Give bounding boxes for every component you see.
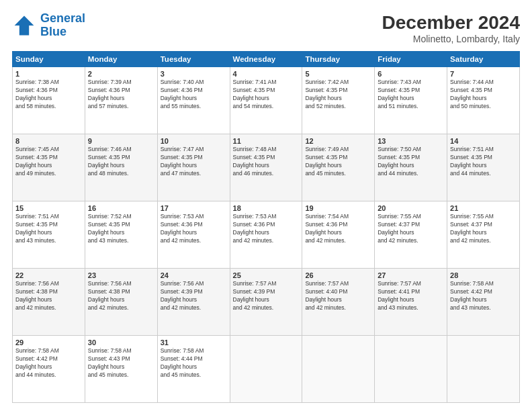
daylight-value: and 47 minutes. xyxy=(161,170,201,177)
sunset-label: Sunset: 4:35 PM xyxy=(161,154,203,161)
day-number: 2 xyxy=(88,70,154,78)
calendar-cell: 29 Sunrise: 7:58 AM Sunset: 4:42 PM Dayl… xyxy=(13,336,85,403)
sunrise-label: Sunrise: 7:55 AM xyxy=(450,213,494,220)
calendar-table: Sunday Monday Tuesday Wednesday Thursday… xyxy=(12,51,520,403)
sunset-label: Sunset: 4:35 PM xyxy=(305,87,347,93)
sunrise-label: Sunrise: 7:58 AM xyxy=(161,347,204,354)
sunset-label: Sunset: 4:35 PM xyxy=(305,154,347,161)
daylight-value: and 43 minutes. xyxy=(450,304,490,311)
daylight-label: Daylight hours xyxy=(233,95,269,101)
calendar-cell: 14 Sunrise: 7:51 AM Sunset: 4:35 PM Dayl… xyxy=(447,134,520,201)
daylight-label: Daylight hours xyxy=(305,229,341,236)
sunrise-label: Sunrise: 7:38 AM xyxy=(15,79,59,85)
sunrise-label: Sunrise: 7:58 AM xyxy=(15,347,59,354)
calendar-week-row: 1 Sunrise: 7:38 AM Sunset: 4:36 PM Dayli… xyxy=(13,67,520,134)
daylight-label: Daylight hours xyxy=(305,162,341,169)
calendar-cell: 3 Sunrise: 7:40 AM Sunset: 4:36 PM Dayli… xyxy=(157,67,230,134)
day-number: 7 xyxy=(450,70,517,78)
col-monday: Monday xyxy=(85,52,157,67)
daylight-label: Daylight hours xyxy=(378,296,414,303)
sunrise-label: Sunrise: 7:46 AM xyxy=(88,146,132,152)
day-number: 14 xyxy=(450,137,517,145)
sunset-label: Sunset: 4:42 PM xyxy=(450,288,492,295)
day-number: 23 xyxy=(88,271,154,279)
day-info: Sunrise: 7:58 AM Sunset: 4:43 PM Dayligh… xyxy=(88,347,154,379)
day-number: 1 xyxy=(15,70,82,78)
day-info: Sunrise: 7:51 AM Sunset: 4:35 PM Dayligh… xyxy=(15,213,82,245)
calendar-cell: 7 Sunrise: 7:44 AM Sunset: 4:35 PM Dayli… xyxy=(447,67,520,134)
daylight-value: and 45 minutes. xyxy=(88,371,128,378)
sunset-label: Sunset: 4:37 PM xyxy=(378,221,420,228)
sunrise-label: Sunrise: 7:42 AM xyxy=(305,79,349,85)
calendar-week-row: 29 Sunrise: 7:58 AM Sunset: 4:42 PM Dayl… xyxy=(13,336,520,403)
day-info: Sunrise: 7:56 AM Sunset: 4:38 PM Dayligh… xyxy=(88,280,154,312)
sunrise-label: Sunrise: 7:40 AM xyxy=(161,79,204,85)
daylight-label: Daylight hours xyxy=(15,95,52,101)
daylight-value: and 44 minutes. xyxy=(15,371,56,378)
daylight-value: and 43 minutes. xyxy=(15,237,56,244)
logo-icon xyxy=(12,13,36,38)
day-info: Sunrise: 7:40 AM Sunset: 4:36 PM Dayligh… xyxy=(161,79,227,111)
day-number: 8 xyxy=(15,137,82,145)
day-info: Sunrise: 7:47 AM Sunset: 4:35 PM Dayligh… xyxy=(161,146,227,178)
sunrise-label: Sunrise: 7:56 AM xyxy=(161,280,204,287)
calendar-cell xyxy=(447,336,520,403)
daylight-value: and 42 minutes. xyxy=(233,304,273,311)
daylight-label: Daylight hours xyxy=(15,229,52,236)
sunset-label: Sunset: 4:38 PM xyxy=(88,288,130,295)
daylight-value: and 52 minutes. xyxy=(305,103,345,109)
daylight-label: Daylight hours xyxy=(305,95,341,101)
calendar-cell: 18 Sunrise: 7:53 AM Sunset: 4:36 PM Dayl… xyxy=(230,201,302,269)
sunset-label: Sunset: 4:44 PM xyxy=(161,355,203,362)
sunrise-label: Sunrise: 7:53 AM xyxy=(161,213,204,220)
daylight-label: Daylight hours xyxy=(233,162,269,169)
day-number: 16 xyxy=(88,204,154,212)
calendar-cell: 31 Sunrise: 7:58 AM Sunset: 4:44 PM Dayl… xyxy=(157,336,230,403)
day-info: Sunrise: 7:51 AM Sunset: 4:35 PM Dayligh… xyxy=(450,146,517,178)
calendar-cell: 28 Sunrise: 7:58 AM Sunset: 4:42 PM Dayl… xyxy=(447,269,520,336)
day-info: Sunrise: 7:54 AM Sunset: 4:36 PM Dayligh… xyxy=(305,213,371,245)
calendar-cell: 12 Sunrise: 7:49 AM Sunset: 4:35 PM Dayl… xyxy=(302,134,375,201)
calendar-cell: 19 Sunrise: 7:54 AM Sunset: 4:36 PM Dayl… xyxy=(302,201,375,269)
calendar-cell: 24 Sunrise: 7:56 AM Sunset: 4:39 PM Dayl… xyxy=(157,269,230,336)
day-info: Sunrise: 7:46 AM Sunset: 4:35 PM Dayligh… xyxy=(88,146,154,178)
sunset-label: Sunset: 4:35 PM xyxy=(88,154,130,161)
sunset-label: Sunset: 4:35 PM xyxy=(15,154,58,161)
sunrise-label: Sunrise: 7:43 AM xyxy=(378,79,421,85)
daylight-label: Daylight hours xyxy=(88,162,124,169)
calendar-cell: 26 Sunrise: 7:57 AM Sunset: 4:40 PM Dayl… xyxy=(302,269,375,336)
day-number: 22 xyxy=(15,271,82,279)
calendar-cell: 10 Sunrise: 7:47 AM Sunset: 4:35 PM Dayl… xyxy=(157,134,230,201)
day-number: 6 xyxy=(378,70,444,78)
day-number: 3 xyxy=(161,70,227,78)
day-info: Sunrise: 7:45 AM Sunset: 4:35 PM Dayligh… xyxy=(15,146,82,178)
daylight-label: Daylight hours xyxy=(450,229,486,236)
day-number: 29 xyxy=(15,338,82,347)
day-info: Sunrise: 7:58 AM Sunset: 4:42 PM Dayligh… xyxy=(450,280,517,312)
day-number: 31 xyxy=(161,338,227,347)
sunrise-label: Sunrise: 7:51 AM xyxy=(450,146,494,152)
day-number: 11 xyxy=(233,137,300,145)
sunrise-label: Sunrise: 7:57 AM xyxy=(233,280,277,287)
sunset-label: Sunset: 4:36 PM xyxy=(88,87,130,93)
daylight-label: Daylight hours xyxy=(161,162,197,169)
col-saturday: Saturday xyxy=(447,52,520,67)
sunset-label: Sunset: 4:40 PM xyxy=(305,288,347,295)
daylight-label: Daylight hours xyxy=(161,95,197,101)
daylight-label: Daylight hours xyxy=(233,296,269,303)
title-block: December 2024 Molinetto, Lombardy, Italy xyxy=(382,12,520,44)
calendar-cell: 27 Sunrise: 7:57 AM Sunset: 4:41 PM Dayl… xyxy=(375,269,447,336)
day-info: Sunrise: 7:58 AM Sunset: 4:42 PM Dayligh… xyxy=(15,347,82,379)
day-number: 12 xyxy=(305,137,371,145)
calendar-cell: 17 Sunrise: 7:53 AM Sunset: 4:36 PM Dayl… xyxy=(157,201,230,269)
sunset-label: Sunset: 4:35 PM xyxy=(450,154,492,161)
calendar-cell: 22 Sunrise: 7:56 AM Sunset: 4:38 PM Dayl… xyxy=(13,269,85,336)
day-info: Sunrise: 7:41 AM Sunset: 4:35 PM Dayligh… xyxy=(233,79,300,111)
day-number: 27 xyxy=(378,271,444,279)
calendar-cell: 25 Sunrise: 7:57 AM Sunset: 4:39 PM Dayl… xyxy=(230,269,302,336)
daylight-value: and 43 minutes. xyxy=(88,237,128,244)
calendar-cell: 20 Sunrise: 7:55 AM Sunset: 4:37 PM Dayl… xyxy=(375,201,447,269)
sunset-label: Sunset: 4:38 PM xyxy=(15,288,58,295)
sunset-label: Sunset: 4:35 PM xyxy=(88,221,130,228)
sunrise-label: Sunrise: 7:57 AM xyxy=(378,280,421,287)
